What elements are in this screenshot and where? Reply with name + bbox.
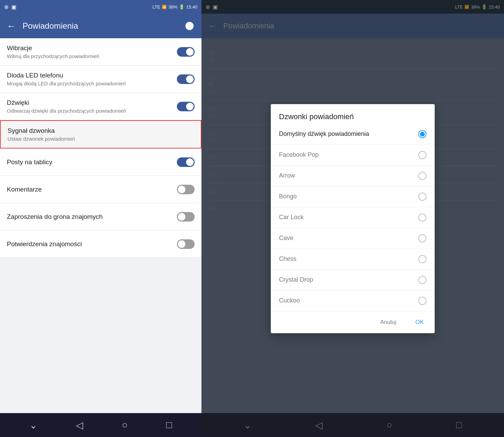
left-app-icon-2: ▣ (11, 4, 16, 10)
dialog-item-7-label: Crystal Drop (279, 276, 313, 283)
dialog-item-5-radio[interactable] (418, 234, 426, 242)
dialog-item-6-label: Chess (279, 255, 296, 263)
settings-item-wibracje-subtitle: Wibruj dla przychodzących powiadomień (7, 53, 99, 59)
left-nav-home[interactable]: ○ (122, 420, 128, 431)
dialog-item-3[interactable]: Bongo (271, 186, 435, 207)
settings-item-wibracje-title: Wibracje (7, 44, 99, 52)
settings-item-posty-text: Posty na tablicy (7, 158, 52, 166)
settings-item-sygnal-dzwonka-title: Sygnał dzwonka (8, 127, 75, 135)
left-app-header: ← Powiadomienia (0, 14, 201, 38)
dialog-item-1[interactable]: Facebook Pop (271, 145, 435, 166)
left-time: 15:40 (186, 4, 197, 10)
settings-item-zaproszenia-toggle[interactable] (177, 212, 195, 222)
left-back-button[interactable]: ← (7, 21, 16, 31)
settings-item-dzwieki-subtitle: Odtwarzaj dźwięki dla przychodzących pow… (7, 108, 126, 114)
dialog-item-8[interactable]: Cuckoo (271, 291, 435, 311)
dialog-item-6[interactable]: Chess (271, 249, 435, 270)
settings-item-potwierdzenia-title: Potwierdzenia znajomości (7, 240, 82, 248)
settings-item-dioda-led-subtitle: Mrugaj diodą LED dla przychodzących powi… (7, 81, 126, 86)
dialog-list: Domyślny dźwięk powiadomienia Facebook P… (271, 124, 435, 311)
dialog-item-7[interactable]: Crystal Drop (271, 270, 435, 291)
dialog-item-5[interactable]: Cave (271, 228, 435, 249)
settings-item-dioda-led-title: Dioda LED telefonu (7, 72, 126, 79)
settings-item-dzwieki-text: Dźwięki Odtwarzaj dźwięki dla przychodzą… (7, 99, 126, 114)
left-status-bar: ⊕ ▣ LTE 📶 38% 🔋 15:40 (0, 0, 201, 14)
settings-item-dioda-led-text: Dioda LED telefonu Mrugaj diodą LED dla … (7, 72, 126, 86)
left-battery-text: 38% (168, 4, 177, 10)
settings-item-posty-title: Posty na tablicy (7, 158, 52, 166)
settings-item-zaproszenia-title: Zaproszenia do grona znajomych (7, 213, 103, 221)
dialog-item-2-label: Arrow (279, 172, 295, 179)
left-nav-back[interactable]: ◁ (76, 420, 83, 431)
dialog-item-0-radio[interactable] (418, 130, 426, 138)
dialog-item-1-label: Facebook Pop (279, 151, 319, 158)
left-panel: ⊕ ▣ LTE 📶 38% 🔋 15:40 ← Powiadomienia Wi… (0, 0, 201, 437)
settings-item-komentarze-title: Komentarze (7, 186, 42, 193)
dialog-item-1-radio[interactable] (418, 151, 426, 159)
settings-item-zaproszenia[interactable]: Zaproszenia do grona znajomych (0, 203, 201, 230)
dialog-overlay: Dzwonki powiadomień Domyślny dźwięk powi… (201, 0, 504, 437)
left-nav-square[interactable]: □ (166, 420, 172, 431)
dialog-item-7-radio[interactable] (418, 276, 426, 284)
left-battery-icon: 🔋 (179, 4, 184, 10)
dialog-item-2[interactable]: Arrow (271, 166, 435, 186)
dialog-item-8-label: Cuckoo (279, 297, 300, 304)
dialog-item-5-label: Cave (279, 235, 293, 242)
settings-item-wibracje-toggle[interactable] (177, 47, 195, 57)
settings-item-dzwieki-title: Dźwięki (7, 99, 126, 107)
left-settings-list: Wibracje Wibruj dla przychodzących powia… (0, 38, 201, 413)
left-header-title: Powiadomienia (23, 21, 168, 31)
settings-item-potwierdzenia[interactable]: Potwierdzenia znajomości (0, 230, 201, 258)
settings-item-zaproszenia-text: Zaproszenia do grona znajomych (7, 213, 103, 221)
dialog-item-0[interactable]: Domyślny dźwięk powiadomienia (271, 124, 435, 145)
dialog-ok-button[interactable]: OK (410, 315, 429, 329)
dialog-item-2-radio[interactable] (418, 172, 426, 180)
left-status-icons: LTE 📶 38% 🔋 15:40 (153, 4, 197, 10)
left-signal-icon: 📶 (162, 5, 167, 9)
left-app-icon-1: ⊕ (4, 4, 9, 10)
settings-item-sygnal-dzwonka-subtitle: Ustaw dzwonek powiadomień (8, 136, 75, 142)
left-nav-bar: ⌄ ◁ ○ □ (0, 413, 201, 437)
settings-item-sygnal-dzwonka-text: Sygnał dzwonka Ustaw dzwonek powiadomień (8, 127, 75, 142)
left-signal-text: LTE (153, 4, 160, 10)
settings-item-dioda-led-toggle[interactable] (177, 74, 195, 84)
left-master-toggle[interactable] (175, 21, 195, 31)
left-nav-chevron[interactable]: ⌄ (29, 420, 37, 431)
settings-item-dzwieki[interactable]: Dźwięki Odtwarzaj dźwięki dla przychodzą… (0, 93, 201, 120)
settings-item-komentarze-text: Komentarze (7, 186, 42, 193)
dialog-item-3-radio[interactable] (418, 193, 426, 201)
settings-item-komentarze[interactable]: Komentarze (0, 176, 201, 203)
settings-item-posty-toggle[interactable] (177, 157, 195, 167)
dialog-item-6-radio[interactable] (418, 255, 426, 263)
settings-item-potwierdzenia-text: Potwierdzenia znajomości (7, 240, 82, 248)
settings-item-potwierdzenia-toggle[interactable] (177, 239, 195, 249)
settings-item-wibracje[interactable]: Wibracje Wibruj dla przychodzących powia… (0, 38, 201, 66)
dialog-item-0-label: Domyślny dźwięk powiadomienia (279, 130, 369, 138)
dialog-item-4-radio[interactable] (418, 213, 426, 222)
settings-item-wibracje-text: Wibracje Wibruj dla przychodzących powia… (7, 44, 99, 59)
left-status-left: ⊕ ▣ (4, 4, 16, 10)
dialog-actions: Anuluj OK (271, 311, 435, 333)
dialog-item-8-radio[interactable] (418, 297, 426, 305)
dialog-item-4-label: Car Lock (279, 214, 304, 221)
right-panel: ⊕ ▣ LTE 📶 38% 🔋 15:40 ← Powiadomienia W.… (201, 0, 504, 437)
settings-item-sygnal-dzwonka[interactable]: Sygnał dzwonka Ustaw dzwonek powiadomień (0, 120, 201, 149)
settings-item-komentarze-toggle[interactable] (177, 185, 195, 194)
settings-item-dioda-led[interactable]: Dioda LED telefonu Mrugaj diodą LED dla … (0, 66, 201, 93)
dialog-item-3-label: Bongo (279, 193, 297, 200)
dialog-cancel-button[interactable]: Anuluj (375, 315, 402, 329)
dialog-title: Dzwonki powiadomień (271, 104, 435, 124)
dialog-ringtone: Dzwonki powiadomień Domyślny dźwięk powi… (271, 104, 435, 333)
dialog-item-4[interactable]: Car Lock (271, 207, 435, 228)
settings-item-posty[interactable]: Posty na tablicy (0, 149, 201, 176)
settings-item-dzwieki-toggle[interactable] (177, 102, 195, 111)
